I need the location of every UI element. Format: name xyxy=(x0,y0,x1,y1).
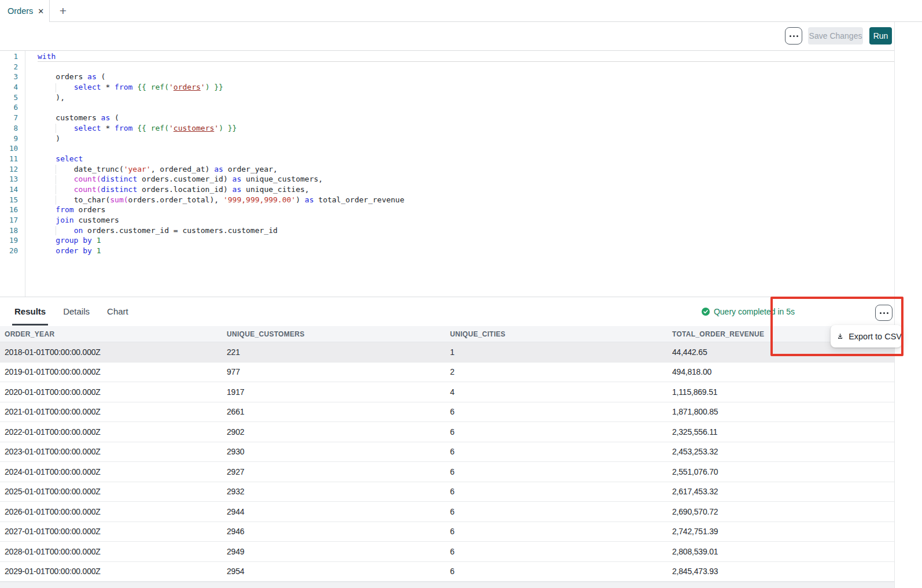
table-cell: 6 xyxy=(445,422,667,442)
new-tab-button[interactable]: + xyxy=(53,0,73,22)
code-line[interactable] xyxy=(38,102,894,113)
table-cell: 1 xyxy=(445,342,667,362)
export-csv-menu-item[interactable]: Export to CSV xyxy=(831,325,902,347)
export-csv-label: Export to CSV xyxy=(849,332,902,341)
table-row[interactable]: 2024-01-01T00:00:00.000Z292762,551,076.7… xyxy=(0,462,894,482)
code-line[interactable]: join customers xyxy=(38,215,894,225)
table-cell: 2944 xyxy=(222,502,445,522)
code-line[interactable]: order by 1 xyxy=(38,246,894,256)
table-cell: 2,325,556.11 xyxy=(667,422,894,442)
table-cell: 2029-01-01T00:00:00.000Z xyxy=(0,562,222,582)
table-row[interactable]: 2022-01-01T00:00:00.000Z290262,325,556.1… xyxy=(0,422,894,442)
download-icon xyxy=(836,332,844,341)
table-row[interactable]: 2028-01-01T00:00:00.000Z294962,808,539.0… xyxy=(0,542,894,562)
results-table-body: 2018-01-01T00:00:00.000Z221144,442.65201… xyxy=(0,342,894,582)
code-line[interactable]: ) xyxy=(38,134,894,144)
table-cell: 1,871,800.85 xyxy=(667,402,894,422)
code-line[interactable]: with xyxy=(38,51,894,62)
table-cell: 977 xyxy=(222,363,445,382)
line-number: 12 xyxy=(0,164,25,175)
results-tab-chart[interactable]: Chart xyxy=(107,297,128,326)
code-line[interactable]: count(distinct orders.customer_id) as un… xyxy=(38,174,894,184)
editor-tab-bar: Orders ✕ + xyxy=(0,0,922,22)
table-cell: 2,808,539.01 xyxy=(667,542,894,561)
code-line[interactable]: select xyxy=(38,154,894,164)
code-line[interactable]: ), xyxy=(38,93,894,103)
table-cell: 2027-01-01T00:00:00.000Z xyxy=(0,522,222,542)
table-cell: 2020-01-01T00:00:00.000Z xyxy=(0,382,222,402)
ide-window: Orders ✕ + Save Changes Run 123456789101… xyxy=(0,0,922,588)
line-number: 6 xyxy=(0,102,25,113)
code-line[interactable] xyxy=(38,62,894,72)
run-button[interactable]: Run xyxy=(869,27,892,45)
code-line[interactable]: from orders xyxy=(38,205,894,215)
table-cell: 2661 xyxy=(222,402,445,422)
table-row[interactable]: 2026-01-01T00:00:00.000Z294462,690,570.7… xyxy=(0,502,894,522)
line-number: 13 xyxy=(0,174,25,184)
table-cell: 6 xyxy=(445,482,667,502)
code-line[interactable]: to_char(sum(orders.order_total), '999,99… xyxy=(38,195,894,205)
line-number-gutter: 1234567891011121314151617181920 xyxy=(0,51,25,297)
line-number: 15 xyxy=(0,195,25,205)
code-line[interactable]: select * from {{ ref('customers') }} xyxy=(38,123,894,134)
table-row[interactable]: 2027-01-01T00:00:00.000Z294662,742,751.3… xyxy=(0,522,894,542)
table-cell: 2018-01-01T00:00:00.000Z xyxy=(0,342,222,362)
table-cell: 2019-01-01T00:00:00.000Z xyxy=(0,363,222,382)
table-cell: 2954 xyxy=(222,562,445,582)
line-number: 10 xyxy=(0,143,25,154)
table-row[interactable]: 2019-01-01T00:00:00.000Z9772494,818.00 xyxy=(0,363,894,383)
code-line[interactable] xyxy=(38,143,894,154)
line-number: 14 xyxy=(0,184,25,195)
table-row[interactable]: 2021-01-01T00:00:00.000Z266161,871,800.8… xyxy=(0,402,894,423)
table-cell: 4 xyxy=(445,382,667,402)
horizontal-scrollbar[interactable] xyxy=(0,582,894,588)
plus-icon: + xyxy=(60,4,67,18)
table-row[interactable]: 2029-01-01T00:00:00.000Z295462,845,473.9… xyxy=(0,562,894,582)
line-number: 16 xyxy=(0,205,25,215)
table-cell: 6 xyxy=(445,542,667,561)
table-row[interactable]: 2023-01-01T00:00:00.000Z293062,453,253.3… xyxy=(0,442,894,463)
results-more-button[interactable] xyxy=(875,305,893,321)
table-cell: 2930 xyxy=(222,442,445,462)
table-cell: 2,845,473.93 xyxy=(667,562,894,582)
table-cell: 6 xyxy=(445,442,667,462)
line-number: 11 xyxy=(0,154,25,164)
table-row[interactable]: 2025-01-01T00:00:00.000Z293262,617,453.3… xyxy=(0,482,894,502)
results-tab-results[interactable]: Results xyxy=(14,297,46,326)
table-row[interactable]: 2018-01-01T00:00:00.000Z221144,442.65 xyxy=(0,342,894,363)
tab-orders[interactable]: Orders ✕ xyxy=(0,0,50,22)
code-line[interactable]: date_trunc('year', ordered_at) as order_… xyxy=(38,164,894,175)
table-cell: 2,551,076.70 xyxy=(667,462,894,482)
code-line[interactable]: on orders.customer_id = customers.custom… xyxy=(38,225,894,236)
code-line[interactable]: select * from {{ ref('orders') }} xyxy=(38,82,894,93)
code-area[interactable]: with orders as ( select * from {{ ref('o… xyxy=(25,51,894,297)
table-cell: 2024-01-01T00:00:00.000Z xyxy=(0,462,222,482)
line-number: 18 xyxy=(0,225,25,236)
code-line[interactable]: group by 1 xyxy=(38,235,894,246)
sql-code-editor[interactable]: 1234567891011121314151617181920 with ord… xyxy=(0,51,894,297)
table-cell: 2026-01-01T00:00:00.000Z xyxy=(0,502,222,522)
code-line[interactable]: orders as ( xyxy=(38,72,894,82)
results-panel: ResultsDetailsChart Query completed in 5… xyxy=(0,297,894,588)
table-cell: 2021-01-01T00:00:00.000Z xyxy=(0,402,222,422)
code-line[interactable]: customers as ( xyxy=(38,113,894,123)
table-row[interactable]: 2020-01-01T00:00:00.000Z191741,115,869.5… xyxy=(0,382,894,402)
table-cell: 2025-01-01T00:00:00.000Z xyxy=(0,482,222,502)
editor-more-button[interactable] xyxy=(785,27,802,45)
table-cell: 2,742,751.39 xyxy=(667,522,894,542)
table-cell: 2949 xyxy=(222,542,445,561)
save-changes-button[interactable]: Save Changes xyxy=(808,27,863,45)
close-icon[interactable]: ✕ xyxy=(38,8,44,15)
table-cell: 2,690,570.72 xyxy=(667,502,894,522)
table-cell: 2022-01-01T00:00:00.000Z xyxy=(0,422,222,442)
table-cell: 2946 xyxy=(222,522,445,542)
code-line[interactable]: count(distinct orders.location_id) as un… xyxy=(38,184,894,195)
table-cell: 221 xyxy=(222,342,445,362)
table-cell: 2028-01-01T00:00:00.000Z xyxy=(0,542,222,561)
line-number: 2 xyxy=(0,62,25,72)
table-cell: 6 xyxy=(445,462,667,482)
table-cell: 2932 xyxy=(222,482,445,502)
results-tab-details[interactable]: Details xyxy=(63,297,90,326)
table-cell: 6 xyxy=(445,502,667,522)
line-number: 4 xyxy=(0,82,25,93)
